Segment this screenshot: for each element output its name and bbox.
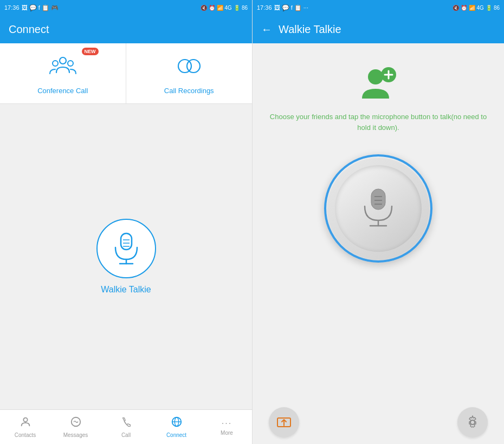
right-wifi-icon: 📶 <box>469 5 475 11</box>
left-wifi-icon: 📶 <box>217 5 223 11</box>
right-bottom-bar <box>253 401 504 444</box>
connect-icon <box>171 416 183 430</box>
nav-connect[interactable]: Connect <box>151 416 202 438</box>
svg-point-0 <box>60 57 66 64</box>
share-button[interactable] <box>269 407 299 438</box>
nav-more[interactable]: ··· More <box>202 419 252 436</box>
menu-grid: NEW Conference Call <box>0 43 252 104</box>
right-network-icon: 4G <box>477 5 484 11</box>
nav-messages-label: Messages <box>63 432 88 438</box>
left-app-title: Connect <box>9 23 49 36</box>
big-mic-icon <box>359 187 397 230</box>
nav-connect-label: Connect <box>166 432 186 438</box>
walkie-talkie-label: Walkie Talkie <box>101 285 151 295</box>
right-time: 17:36 <box>257 4 272 11</box>
instruction-text: Choose your friends and tap the micropho… <box>253 112 504 133</box>
nav-call-label: Call <box>121 432 131 438</box>
messages-icon <box>70 416 82 430</box>
nav-messages[interactable]: Messages <box>50 416 101 438</box>
right-battery-level: 86 <box>494 5 500 11</box>
left-alarm-icon: ⏰ <box>209 5 215 11</box>
left-app-header: Connect <box>0 15 252 43</box>
right-panel: 17:36 🖼 💬 f 📋 ··· 🔇 ⏰ 📶 4G 🔋 86 ← Walkie… <box>252 0 504 444</box>
svg-point-11 <box>23 418 27 422</box>
right-status-bar: 17:36 🖼 💬 f 📋 ··· 🔇 ⏰ 📶 4G 🔋 86 <box>253 0 504 15</box>
right-app-header: ← Walkie Talkie <box>253 15 504 43</box>
svg-rect-20 <box>371 189 385 210</box>
left-battery-level: 86 <box>242 5 248 11</box>
svg-point-1 <box>53 61 58 66</box>
add-friend-icon <box>359 65 397 105</box>
left-panel: 17:36 🖼 💬 f 📋 🎮 🔇 ⏰ 📶 4G 🔋 86 Connect NE… <box>0 0 252 444</box>
conference-call-icon <box>49 52 77 82</box>
bottom-nav: Contacts Messages Call <box>0 409 252 444</box>
conference-call-item[interactable]: NEW Conference Call <box>0 43 126 103</box>
left-network-icon: 4G <box>225 5 232 11</box>
more-icon: ··· <box>222 419 232 428</box>
right-app-title: Walkie Talkie <box>279 23 341 36</box>
share-icon <box>276 415 292 430</box>
left-status-icons: 🖼 💬 f 📋 🎮 <box>22 4 59 11</box>
walkie-talkie-circle <box>96 219 156 278</box>
left-signal-off-icon: 🔇 <box>201 5 207 11</box>
right-status-left: 17:36 🖼 💬 f 📋 ··· <box>257 4 308 11</box>
mic-button[interactable] <box>324 154 432 263</box>
nav-more-label: More <box>221 430 233 436</box>
walkie-talkie-button[interactable]: Walkie Talkie <box>96 219 156 295</box>
call-recordings-label: Call Recordings <box>164 87 214 95</box>
left-status-right: 🔇 ⏰ 📶 4G 🔋 86 <box>201 5 248 11</box>
call-recordings-icon <box>175 52 203 82</box>
svg-point-16 <box>368 69 383 84</box>
nav-contacts-label: Contacts <box>15 432 36 438</box>
call-icon <box>120 416 132 430</box>
new-badge: NEW <box>82 48 99 55</box>
contacts-icon <box>20 416 31 430</box>
conference-call-label: Conference Call <box>37 87 88 95</box>
call-recordings-item[interactable]: Call Recordings <box>126 43 253 103</box>
svg-point-2 <box>68 61 73 66</box>
nav-call[interactable]: Call <box>101 416 151 438</box>
left-time: 17:36 <box>4 4 20 11</box>
right-alarm-icon: ⏰ <box>461 5 467 11</box>
left-status-left: 17:36 🖼 💬 f 📋 🎮 <box>4 4 59 11</box>
right-main-content: Choose your friends and tap the micropho… <box>253 43 504 401</box>
left-battery-icon: 🔋 <box>234 5 240 11</box>
settings-button[interactable] <box>457 407 488 438</box>
right-signal-off-icon: 🔇 <box>453 5 459 11</box>
back-button[interactable]: ← <box>261 23 272 36</box>
right-status-right: 🔇 ⏰ 📶 4G 🔋 86 <box>453 5 500 11</box>
right-battery-icon: 🔋 <box>486 5 492 11</box>
left-main-content: Walkie Talkie <box>0 104 252 409</box>
svg-rect-5 <box>121 233 132 250</box>
mic-button-inner <box>335 165 422 252</box>
left-status-bar: 17:36 🖼 💬 f 📋 🎮 🔇 ⏰ 📶 4G 🔋 86 <box>0 0 252 15</box>
nav-contacts[interactable]: Contacts <box>0 416 50 438</box>
right-status-icons: 🖼 💬 f 📋 ··· <box>274 4 308 11</box>
walkie-talkie-mic-icon <box>111 231 141 266</box>
svg-point-4 <box>187 60 200 73</box>
settings-icon <box>465 415 480 430</box>
